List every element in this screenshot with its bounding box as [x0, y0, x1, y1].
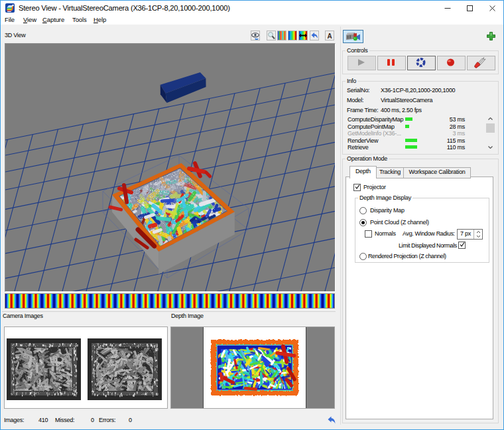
svg-text:A: A — [328, 33, 332, 40]
